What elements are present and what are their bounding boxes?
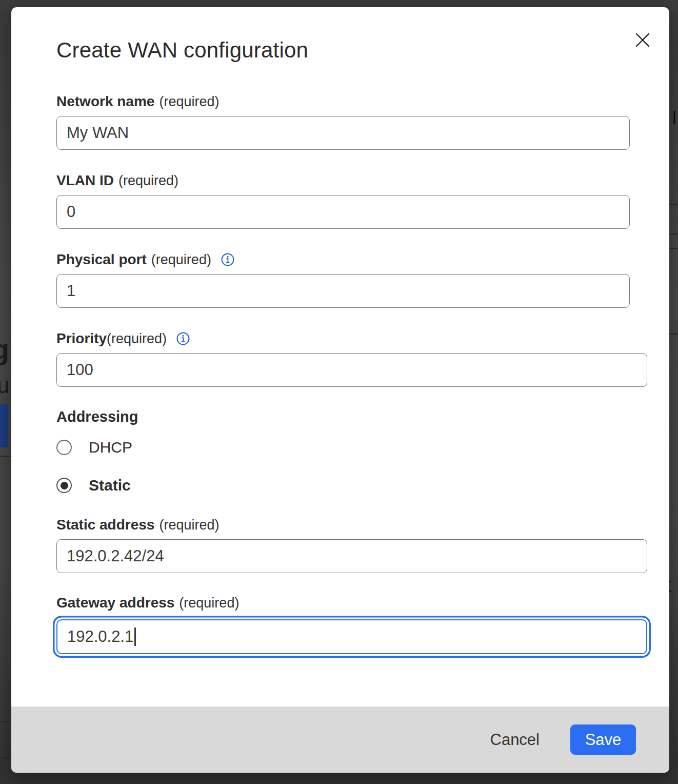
- radio-unselected-icon[interactable]: [56, 440, 72, 455]
- backdrop-partial-text: g: [0, 332, 9, 366]
- network-name-label: Network name: [56, 93, 154, 110]
- backdrop-divider: [669, 233, 678, 234]
- required-hint: (required): [159, 94, 219, 110]
- radio-dhcp-label: DHCP: [89, 439, 132, 456]
- backdrop-divider: [0, 757, 11, 758]
- priority-label: Priority: [56, 330, 107, 347]
- backdrop-divider: [0, 721, 11, 722]
- addressing-heading: Addressing: [56, 408, 648, 425]
- radio-selected-icon[interactable]: [56, 478, 72, 493]
- radio-static-label: Static: [89, 477, 131, 494]
- save-button[interactable]: Save: [570, 724, 636, 755]
- gateway-address-value: 192.0.2.1: [67, 628, 133, 646]
- static-address-label-row: Static address (required): [56, 517, 648, 533]
- cancel-button[interactable]: Cancel: [484, 727, 546, 753]
- vlan-id-input[interactable]: [56, 195, 630, 229]
- required-hint: (required): [118, 173, 178, 189]
- static-address-input[interactable]: [56, 539, 647, 573]
- gateway-address-label-row: Gateway address (required): [56, 595, 648, 611]
- physical-port-label: Physical port: [56, 251, 147, 268]
- backdrop-blue-button-fragment: [0, 404, 8, 447]
- dialog-footer: Cancel Save: [11, 707, 669, 773]
- create-wan-dialog: Create WAN configuration Network name (r…: [11, 7, 669, 773]
- priority-input[interactable]: [56, 353, 647, 387]
- backdrop-divider: [669, 248, 678, 249]
- vlan-id-label: VLAN ID: [56, 172, 114, 189]
- radio-option-static[interactable]: Static: [56, 477, 648, 494]
- dialog-title: Create WAN configuration: [56, 38, 648, 63]
- radio-option-dhcp[interactable]: DHCP: [56, 439, 648, 456]
- backdrop-divider: [669, 204, 678, 205]
- network-name-input[interactable]: [56, 116, 630, 150]
- info-icon[interactable]: [176, 331, 190, 346]
- required-hint: (required): [179, 595, 239, 611]
- network-name-label-row: Network name (required): [56, 93, 648, 110]
- backdrop-divider: [0, 456, 11, 457]
- vlan-id-label-row: VLAN ID (required): [56, 172, 648, 189]
- gateway-address-label: Gateway address: [56, 595, 174, 611]
- physical-port-input[interactable]: [56, 274, 630, 308]
- gateway-address-input[interactable]: 192.0.2.1: [56, 619, 647, 654]
- backdrop-partial-text: u: [0, 373, 9, 398]
- static-address-label: Static address: [56, 517, 154, 533]
- info-icon[interactable]: [221, 252, 235, 267]
- required-hint: (required): [107, 331, 167, 347]
- required-hint: (required): [151, 252, 211, 268]
- physical-port-label-row: Physical port (required): [56, 251, 648, 268]
- backdrop-divider: [669, 334, 678, 335]
- required-hint: (required): [159, 517, 219, 533]
- priority-label-row: Priority (required): [56, 330, 648, 347]
- text-caret: [134, 628, 136, 646]
